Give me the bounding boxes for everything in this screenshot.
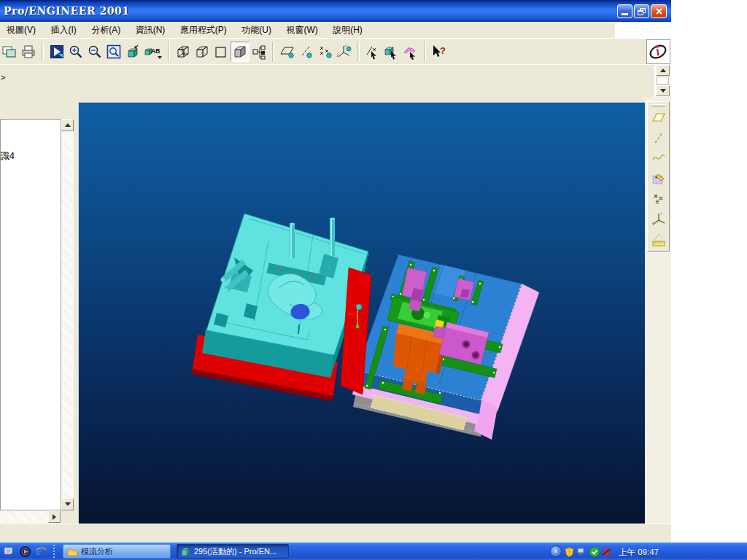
context-help-button[interactable]: ? xyxy=(430,42,449,62)
zoom-in-button[interactable] xyxy=(66,42,85,62)
print-icon xyxy=(20,44,36,60)
menu-info[interactable]: 資訊(N) xyxy=(136,23,166,38)
toolbar-separator xyxy=(168,42,170,62)
tree-vertical-scrollbar[interactable] xyxy=(61,119,74,510)
no-hidden-icon xyxy=(213,44,229,60)
datum-point-button[interactable] xyxy=(649,190,667,208)
repaint-button[interactable] xyxy=(47,42,66,62)
zoom-out-icon xyxy=(87,44,103,60)
tree-scroll-up-button[interactable] xyxy=(61,119,74,131)
menu-window[interactable]: 視窗(W) xyxy=(286,23,317,38)
shaded-button[interactable] xyxy=(231,42,249,62)
datum-axis-display-button[interactable] xyxy=(297,42,316,62)
shaded-icon xyxy=(232,44,248,60)
svg-text:e: e xyxy=(36,545,42,557)
context-help-icon: ? xyxy=(430,44,448,60)
internet-explorer-button[interactable]: e xyxy=(35,545,47,557)
titlebar: Pro/ENGINEER 2001 xyxy=(0,0,671,22)
arrow-down-icon xyxy=(65,502,71,506)
repaint-icon xyxy=(49,44,65,60)
message-scroll-thumb[interactable] xyxy=(657,77,669,85)
print-button[interactable] xyxy=(19,42,38,62)
select-quilt-button[interactable] xyxy=(401,42,420,62)
menubar-spacer xyxy=(615,22,671,38)
input-method-icon[interactable] xyxy=(601,546,612,557)
point-display-icon xyxy=(317,44,334,60)
message-scroll-up-button[interactable] xyxy=(656,65,670,76)
close-button[interactable] xyxy=(651,4,667,18)
window-title: Pro/ENGINEER 2001 xyxy=(4,5,129,17)
coordinate-system-button[interactable] xyxy=(649,210,667,228)
refit-button[interactable] xyxy=(104,42,123,62)
datum-axis-display-icon xyxy=(298,44,315,60)
hidden-line-button[interactable] xyxy=(193,42,212,62)
model-tree-panel: 標識4 xyxy=(0,119,61,510)
restore-button[interactable] xyxy=(634,4,649,18)
wireframe-icon xyxy=(175,44,191,60)
datum-plane-button[interactable] xyxy=(649,108,667,126)
taskbar-button-proe[interactable]: 295(活動的) - Pro/EN... xyxy=(177,544,289,559)
point-display-button[interactable] xyxy=(316,42,335,62)
measure-button[interactable] xyxy=(649,230,667,249)
menu-applications[interactable]: 應用程式(P) xyxy=(180,23,227,38)
main-toolbar: AB xyxy=(0,38,648,64)
network-status-icon[interactable] xyxy=(576,546,587,557)
select-geometry-button[interactable] xyxy=(363,42,382,62)
quick-launch-separator xyxy=(53,545,55,558)
model-tree-icon xyxy=(251,44,267,60)
toolbar-grip[interactable] xyxy=(651,104,665,106)
menu-help[interactable]: 說明(H) xyxy=(333,23,363,38)
tray-collapse-button[interactable]: ‹ xyxy=(550,545,562,557)
csys-display-button[interactable] xyxy=(335,42,354,62)
tree-scroll-down-button[interactable] xyxy=(61,498,74,510)
datum-axis-button[interactable] xyxy=(649,128,667,147)
taskbar-button-label: 295(活動的) - Pro/EN... xyxy=(194,546,276,557)
orient-button[interactable] xyxy=(123,42,142,62)
select-quilt-icon xyxy=(402,44,419,60)
media-player-button[interactable] xyxy=(19,545,31,557)
close-icon xyxy=(655,7,663,15)
svg-text:AB: AB xyxy=(151,47,160,55)
datum-plane-display-button[interactable] xyxy=(278,42,297,62)
minimize-icon xyxy=(622,13,628,15)
tree-scroll-right-button[interactable] xyxy=(48,510,61,523)
message-scrollbar xyxy=(655,64,670,97)
datum-point-icon xyxy=(651,192,666,206)
message-scroll-down-button[interactable] xyxy=(656,85,670,96)
named-views-button[interactable]: AB xyxy=(142,42,164,62)
security-shield-icon[interactable] xyxy=(564,546,575,557)
minimize-button[interactable] xyxy=(617,4,632,18)
datum-curve-button[interactable] xyxy=(649,149,667,167)
bottom-strip xyxy=(0,524,671,542)
zoom-out-button[interactable] xyxy=(85,42,104,62)
tree-horizontal-scrollbar[interactable] xyxy=(0,510,74,523)
select-component-button[interactable] xyxy=(382,42,401,62)
named-views-icon: AB xyxy=(143,44,163,60)
menu-view[interactable]: 視圖(V) xyxy=(7,23,36,38)
wireframe-button[interactable] xyxy=(174,42,193,62)
taskbar-button-folder[interactable]: 模流分析 xyxy=(63,544,171,559)
graphics-viewport[interactable] xyxy=(78,102,645,524)
menu-utilities[interactable]: 功能(U) xyxy=(241,23,271,38)
cavity-half-assembly[interactable] xyxy=(191,214,371,401)
model-tree-item[interactable]: 標識4 xyxy=(0,150,15,163)
toolbar-separator xyxy=(357,42,360,62)
datum-plane-display-icon xyxy=(279,44,296,60)
core-half-assembly[interactable] xyxy=(352,254,539,440)
menu-insert[interactable]: 插入(I) xyxy=(50,23,76,38)
svg-text:?: ? xyxy=(440,45,446,56)
taskbar-clock[interactable]: 上午 09:47 xyxy=(619,547,659,558)
show-desktop-icon xyxy=(4,546,15,557)
toolbar-separator xyxy=(424,42,426,62)
sketch-button[interactable] xyxy=(649,169,667,187)
csys-display-icon xyxy=(336,44,353,60)
model-tree-toggle-button[interactable] xyxy=(249,42,268,62)
no-hidden-button[interactable] xyxy=(212,42,231,62)
datum-curve-icon xyxy=(651,151,666,166)
orient-icon xyxy=(125,44,141,60)
proe-logo-icon xyxy=(647,40,670,63)
show-desktop-button[interactable] xyxy=(3,545,15,557)
copy-window-button[interactable] xyxy=(0,42,19,62)
menu-analysis[interactable]: 分析(A) xyxy=(91,23,120,38)
antivirus-check-icon[interactable] xyxy=(589,546,600,557)
